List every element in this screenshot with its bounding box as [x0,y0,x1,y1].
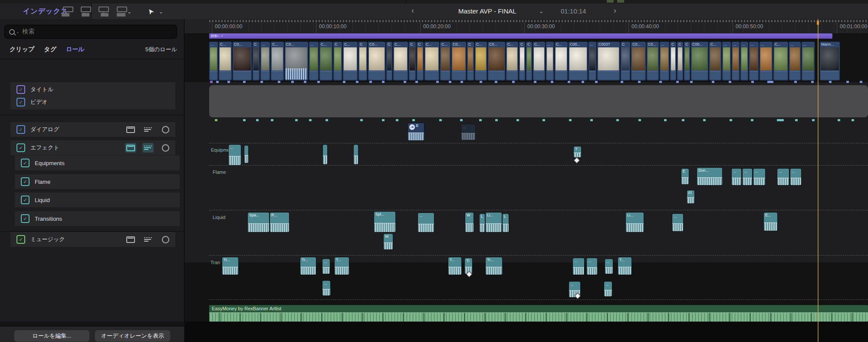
video-clip[interactable]: C... [393,42,408,80]
video-clip[interactable]: ... [732,42,740,80]
audio-clip[interactable]: R... [270,213,289,232]
audio-clip[interactable]: ... [229,145,241,165]
video-clip[interactable]: C... [424,42,439,80]
role-row-ビデオ[interactable]: ✓ビデオ [10,95,175,110]
edit-roles-button[interactable]: ロールを編集... [14,330,90,342]
audio-clip[interactable]: ➔B [408,123,424,140]
show-lanes-icon[interactable] [125,235,136,244]
audio-clip[interactable]: Spa... [248,213,269,232]
audio-clip[interactable]: ... [587,258,597,275]
video-clip[interactable]: Mann... [820,42,840,80]
video-clip[interactable]: C [526,42,532,80]
audio-clip[interactable]: T... [618,257,631,275]
audio-clip[interactable]: W [384,234,393,249]
video-clip[interactable]: ... [722,42,731,80]
search-input[interactable]: ⌄ 検索 [4,25,177,39]
video-clip[interactable]: ... [749,42,759,80]
video-clip[interactable]: C0... [631,42,646,80]
audio-clip[interactable]: ... [672,214,683,231]
audio-clip[interactable]: ... [322,281,330,296]
video-clip[interactable]: C... [773,42,788,80]
connect-clip-button[interactable] [62,6,75,17]
solo-circle-icon[interactable] [160,143,171,153]
audio-clip[interactable]: ... [790,169,801,185]
timeline-ruler[interactable]: 00:00:00:0000:00:10:0000:00:20:0000:00:3… [184,19,868,34]
video-clip[interactable]: C [670,42,676,80]
index-button[interactable]: インデックス [0,3,92,19]
audio-clip[interactable]: L [480,214,485,232]
audio-clip[interactable]: ... [573,258,584,275]
audio-clip[interactable]: T [574,146,581,157]
video-clip[interactable]: C [333,42,342,80]
insert-clip-button[interactable]: ↓ [79,6,92,17]
video-clip[interactable]: C [684,42,690,80]
role-checkbox[interactable]: ✓ [21,159,30,167]
timeline-forward-button[interactable]: › [614,6,616,15]
audio-clip[interactable]: Tr... [486,257,502,275]
arrow-tool-icon[interactable]: ➤ [145,7,156,17]
audio-clip[interactable]: Tr... [222,257,238,275]
audio-clip[interactable]: T... [335,257,349,275]
audio-clip[interactable]: ... [743,169,752,185]
role-checkbox[interactable]: ✓ [21,214,30,223]
role-checkbox[interactable]: ✓ [16,235,25,244]
show-lanes-icon[interactable] [125,143,136,153]
role-checkbox[interactable]: ✓ [16,85,25,94]
video-clip[interactable]: C [519,42,525,80]
role-row-Flame[interactable]: ✓Flame [15,174,180,189]
video-clip[interactable]: C [358,42,367,80]
focus-icon[interactable] [142,235,154,244]
solo-circle-icon[interactable] [160,235,171,244]
video-clip[interactable]: C00... [569,42,588,80]
audio-clip[interactable]: ... [418,213,434,232]
show-audio-lanes-button[interactable]: オーディオレーンを表示 [95,330,171,342]
audio-clip[interactable]: Tr... [300,257,316,275]
audio-clip[interactable]: E... [764,213,777,231]
video-clip[interactable]: ... [802,42,815,80]
audio-clip[interactable]: ... [777,169,789,185]
video-clip[interactable]: C00... [691,42,708,80]
audio-clip[interactable]: Dun... [697,168,722,185]
video-clip[interactable]: C [409,42,416,80]
video-clip[interactable]: C0... [368,42,385,80]
video-clip[interactable]: C... [219,42,232,80]
solo-circle-icon[interactable] [160,125,171,134]
role-checkbox[interactable]: ✓ [16,143,25,152]
edit-tool-chevron-icon[interactable]: ⌄ [127,9,132,15]
video-clip[interactable]: C... [709,42,721,80]
audio-clip[interactable]: ... [605,259,613,274]
audio-clip[interactable]: E [681,169,689,184]
audio-clip[interactable]: Fl [687,190,694,203]
video-clip[interactable]: C [417,42,424,80]
adjustment-layer-bar[interactable]: 調整レ ✓ [209,33,832,39]
role-row-Transitions[interactable]: ✓Transitions [15,211,180,226]
video-clip[interactable]: ... [309,42,319,80]
append-clip-button[interactable]: ↓ [97,6,110,17]
role-row-ダイアログ[interactable]: ✓ダイアログ [10,122,175,137]
video-clip[interactable]: ... [546,42,554,80]
video-clip[interactable]: C... [319,42,332,80]
video-clip[interactable]: ... [260,42,270,80]
video-clip[interactable]: C [621,42,630,80]
tab-tags[interactable]: タグ [44,46,56,53]
role-checkbox[interactable]: ✓ [16,98,25,106]
audio-clip[interactable] [354,145,358,164]
role-row-Equipments[interactable]: ✓Equipments [15,156,180,170]
overwrite-clip-button[interactable] [115,6,128,17]
role-checkbox[interactable]: ✓ [21,196,30,204]
video-clip[interactable]: C0... [233,42,252,80]
role-row-ミュージック[interactable]: ✓ミュージック [10,232,175,247]
audio-clip[interactable]: ... [732,169,741,185]
audio-clip[interactable]: ... [604,282,612,296]
video-clip[interactable]: ... [589,42,596,80]
tool-chevron-icon[interactable]: ⌄ [159,9,163,15]
music-clip[interactable]: EasyMoney by RexBanner Artlist [209,305,868,322]
project-title[interactable]: Master AVP - FINAL [458,7,516,15]
playhead-line[interactable] [818,19,819,342]
role-row-Liquid[interactable]: ✓Liquid [15,193,180,207]
audio-clip[interactable]: L [503,214,509,232]
video-clip[interactable]: C0... [647,42,659,80]
role-checkbox[interactable]: ✓ [16,125,25,134]
video-clip[interactable]: C... [475,42,487,80]
role-checkbox[interactable]: ✓ [21,177,30,186]
